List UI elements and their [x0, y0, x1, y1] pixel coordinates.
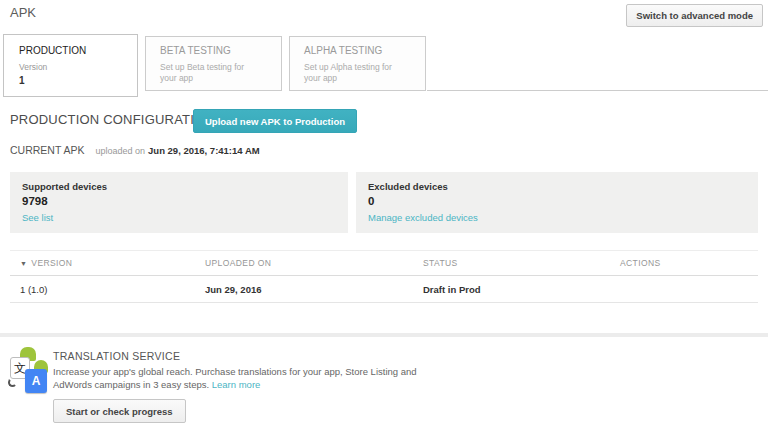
supported-devices-label: Supported devices	[22, 181, 336, 192]
row-status: Draft in Prod	[423, 284, 481, 295]
excluded-devices-count: 0	[368, 195, 746, 207]
apk-version-table: ▼VERSION UPLOADED ON STATUS ACTIONS 1 (1…	[10, 250, 758, 303]
switch-to-advanced-mode-button[interactable]: Switch to advanced mode	[626, 4, 763, 27]
column-header-status: STATUS	[423, 258, 458, 268]
row-uploaded-on: Jun 29, 2016	[205, 284, 262, 295]
uploaded-on-date: Jun 29, 2016, 7:41:14 AM	[148, 145, 260, 156]
tab-alpha-label: ALPHA TESTING	[304, 45, 425, 56]
current-apk-line: CURRENT APKuploaded onJun 29, 2016, 7:41…	[10, 140, 260, 158]
tab-production[interactable]: PRODUCTION Version 1	[3, 34, 138, 97]
excluded-devices-panel: Excluded devices 0 Manage excluded devic…	[356, 172, 758, 233]
start-or-check-progress-button[interactable]: Start or check progress	[53, 399, 186, 423]
section-title-production-configuration: PRODUCTION CONFIGURATION	[10, 112, 214, 127]
upload-new-apk-button[interactable]: Upload new APK to Production	[193, 109, 357, 133]
translation-service-icon: 文 A	[10, 347, 50, 395]
translation-service-description: Increase your app's global reach. Purcha…	[53, 365, 419, 391]
table-row[interactable]: 1 (1.0) Jun 29, 2016 Draft in Prod	[10, 276, 758, 303]
tab-beta-label: BETA TESTING	[160, 45, 281, 56]
column-header-actions: ACTIONS	[620, 258, 661, 268]
tab-alpha-description: Set up Alpha testing for your app	[304, 62, 404, 84]
tab-production-label: PRODUCTION	[19, 45, 137, 56]
see-list-link[interactable]: See list	[22, 212, 53, 223]
learn-more-link[interactable]: Learn more	[212, 379, 261, 390]
supported-devices-panel: Supported devices 9798 See list	[10, 172, 348, 233]
current-apk-label: CURRENT APK	[10, 144, 85, 156]
supported-devices-count: 9798	[22, 195, 336, 207]
tab-production-version-label: Version	[19, 62, 137, 72]
page-title: APK	[10, 5, 36, 20]
sort-descending-icon: ▼	[20, 260, 27, 267]
section-separator	[0, 333, 768, 337]
column-header-version-label: VERSION	[31, 258, 72, 268]
tab-beta-description: Set up Beta testing for your app	[160, 62, 260, 84]
tab-production-version-value: 1	[19, 75, 137, 86]
tab-beta-testing[interactable]: BETA TESTING Set up Beta testing for you…	[145, 36, 282, 91]
translate-swirl-icon	[8, 378, 17, 387]
uploaded-on-label: uploaded on	[96, 146, 146, 156]
tab-alpha-testing[interactable]: ALPHA TESTING Set up Alpha testing for y…	[289, 36, 426, 91]
tab-strip-divider	[427, 90, 768, 91]
table-header-row: ▼VERSION UPLOADED ON STATUS ACTIONS	[10, 250, 758, 276]
column-header-uploaded-on: UPLOADED ON	[205, 258, 271, 268]
row-version: 1 (1.0)	[20, 284, 47, 295]
apk-page: APK Switch to advanced mode PRODUCTION V…	[0, 0, 768, 432]
manage-excluded-devices-link[interactable]: Manage excluded devices	[368, 212, 478, 223]
column-header-version[interactable]: ▼VERSION	[20, 258, 72, 268]
excluded-devices-label: Excluded devices	[368, 181, 746, 192]
latin-character-card-icon: A	[25, 369, 47, 393]
translation-service-title: TRANSLATION SERVICE	[53, 350, 180, 362]
